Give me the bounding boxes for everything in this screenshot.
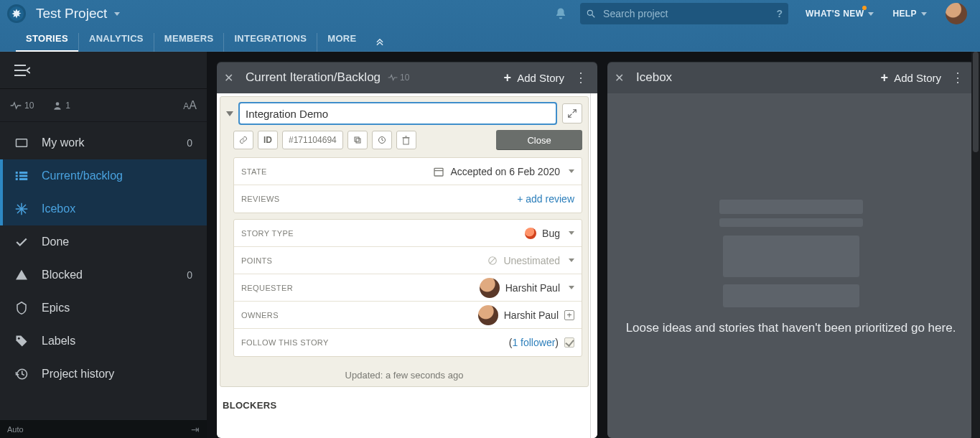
- tab-members[interactable]: MEMBERS: [154, 33, 225, 52]
- plus-icon: +: [504, 70, 512, 85]
- points-value: Unestimated: [503, 255, 560, 266]
- notifications-icon[interactable]: [554, 7, 567, 20]
- app-logo[interactable]: [7, 4, 26, 23]
- add-story-label: Add Story: [517, 72, 564, 84]
- state-value: Accepted on 6 Feb 2020: [450, 166, 560, 177]
- project-title[interactable]: Test Project: [36, 6, 107, 22]
- velocity-value: 10: [24, 101, 34, 111]
- sidebar-item-labels[interactable]: Labels: [0, 325, 207, 358]
- icebox-empty-state: Loose ideas and stories that haven't bee…: [607, 93, 974, 438]
- prop-label: STATE: [241, 167, 335, 176]
- expand-bottom-icon[interactable]: ⇥: [191, 424, 200, 435]
- user-avatar[interactable]: [946, 3, 967, 24]
- add-story-button[interactable]: + Add Story: [881, 70, 941, 85]
- chevron-down-icon: [569, 169, 574, 173]
- sidebar-item-done[interactable]: Done: [0, 225, 207, 258]
- sidebar-item-mywork[interactable]: My work 0: [0, 126, 207, 159]
- mywork-icon: [14, 138, 29, 148]
- prop-label: STORY TYPE: [241, 229, 335, 238]
- empty-text: Loose ideas and stories that haven't bee…: [626, 320, 956, 337]
- panel-scrollbar[interactable]: [590, 93, 597, 438]
- sidebar-item-epics[interactable]: Epics: [0, 292, 207, 325]
- panel-menu-icon[interactable]: ⋮: [948, 70, 967, 85]
- sidebar-item-blocked[interactable]: Blocked 0: [0, 258, 207, 292]
- state-row[interactable]: STATE Accepted on 6 Feb 2020: [234, 158, 582, 185]
- story-card: ID #171104694 Close STATE Accepted on 6 …: [220, 96, 589, 387]
- story-type-row[interactable]: STORY TYPE Bug: [234, 220, 582, 247]
- whats-new-link[interactable]: WHAT'S NEW: [806, 9, 874, 19]
- empty-illustration: [626, 200, 956, 307]
- svg-line-30: [490, 257, 495, 263]
- sidebar-item-icebox[interactable]: Icebox: [0, 192, 207, 225]
- delete-icon[interactable]: [396, 131, 416, 149]
- whats-new-badge: [862, 6, 867, 10]
- link-icon[interactable]: [233, 131, 253, 149]
- velocity-icon[interactable]: [10, 101, 22, 110]
- panel-close-icon[interactable]: ✕: [615, 71, 630, 85]
- backlog-icon: [14, 171, 29, 181]
- help-label: HELP: [892, 9, 917, 19]
- density-auto[interactable]: Auto: [7, 425, 24, 434]
- window-scrollbar[interactable]: [971, 52, 980, 438]
- add-story-button[interactable]: + Add Story: [504, 70, 564, 85]
- search-input[interactable]: [603, 8, 776, 19]
- help-link[interactable]: HELP: [892, 9, 927, 19]
- owners-row[interactable]: OWNERS Harshit Paul +: [234, 302, 582, 329]
- panel-title: Current Iteration/Backlog: [246, 70, 381, 85]
- sidebar-item-current-backlog[interactable]: Current/backlog: [0, 159, 207, 192]
- follow-checkbox[interactable]: [564, 337, 574, 348]
- panel-velocity[interactable]: 10: [388, 73, 409, 83]
- sidebar-item-label: Labels: [42, 335, 75, 348]
- history-icon[interactable]: [372, 131, 392, 149]
- project-dropdown-icon[interactable]: [114, 12, 120, 16]
- copy-icon[interactable]: [347, 131, 368, 149]
- blockers-heading: BLOCKERS: [220, 387, 589, 415]
- collapse-sidebar-icon[interactable]: [13, 63, 30, 78]
- svg-rect-9: [16, 178, 18, 180]
- sidebar-footer: Auto ⇥: [0, 419, 207, 438]
- sidebar: 10 1 AA My work 0 Current/backlog Icebox…: [0, 52, 207, 438]
- followers-link[interactable]: 1 follower: [512, 337, 555, 348]
- collapse-tabs-icon[interactable]: [375, 36, 385, 46]
- svg-line-19: [573, 110, 577, 113]
- story-id[interactable]: #171104694: [282, 131, 343, 149]
- close-story-button[interactable]: Close: [496, 130, 582, 150]
- sidebar-item-history[interactable]: Project history: [0, 358, 207, 391]
- panel-icebox: ✕ Icebox + Add Story ⋮ Loose ideas and s…: [607, 62, 974, 438]
- search-help-icon[interactable]: ?: [777, 8, 783, 19]
- svg-point-0: [587, 10, 592, 15]
- tab-integrations[interactable]: INTEGRATIONS: [224, 33, 317, 52]
- svg-point-5: [56, 102, 60, 106]
- panel-close-icon[interactable]: ✕: [224, 71, 240, 85]
- svg-rect-6: [17, 139, 27, 147]
- svg-rect-27: [434, 168, 443, 176]
- whats-new-label: WHAT'S NEW: [806, 9, 864, 19]
- story-collapse-icon[interactable]: [226, 111, 233, 116]
- plus-icon: +: [881, 70, 889, 85]
- font-size-control[interactable]: AA: [183, 99, 197, 112]
- search-box[interactable]: ?: [580, 3, 788, 24]
- svg-rect-24: [403, 137, 409, 144]
- tab-more[interactable]: MORE: [317, 33, 366, 52]
- sidebar-item-label: My work: [42, 136, 85, 149]
- app-header: Test Project ? WHAT'S NEW HELP STORIES A…: [0, 0, 980, 52]
- story-expand-icon[interactable]: [562, 103, 582, 124]
- tab-analytics[interactable]: ANALYTICS: [79, 33, 154, 52]
- story-title-input[interactable]: [239, 103, 556, 124]
- follow-row: FOLLOW THIS STORY (1 follower): [234, 329, 582, 356]
- prop-label: OWNERS: [241, 311, 335, 320]
- chevron-down-icon: [921, 12, 927, 16]
- requester-row[interactable]: REQUESTER Harshit Paul: [234, 274, 582, 302]
- add-owner-icon[interactable]: +: [564, 310, 574, 320]
- panel-title: Icebox: [636, 70, 672, 85]
- tab-stories[interactable]: STORIES: [16, 33, 79, 52]
- add-review-link[interactable]: + add review: [517, 193, 574, 205]
- members-icon[interactable]: [52, 101, 62, 111]
- history-icon: [14, 368, 29, 381]
- sidebar-item-label: Icebox: [42, 202, 75, 215]
- panel-current-backlog: ✕ Current Iteration/Backlog 10 + Add Sto…: [217, 62, 597, 438]
- chevron-down-icon: [569, 231, 574, 235]
- chevron-down-icon: [569, 258, 574, 262]
- points-row[interactable]: POINTS Unestimated: [234, 247, 582, 274]
- panel-menu-icon[interactable]: ⋮: [571, 70, 590, 85]
